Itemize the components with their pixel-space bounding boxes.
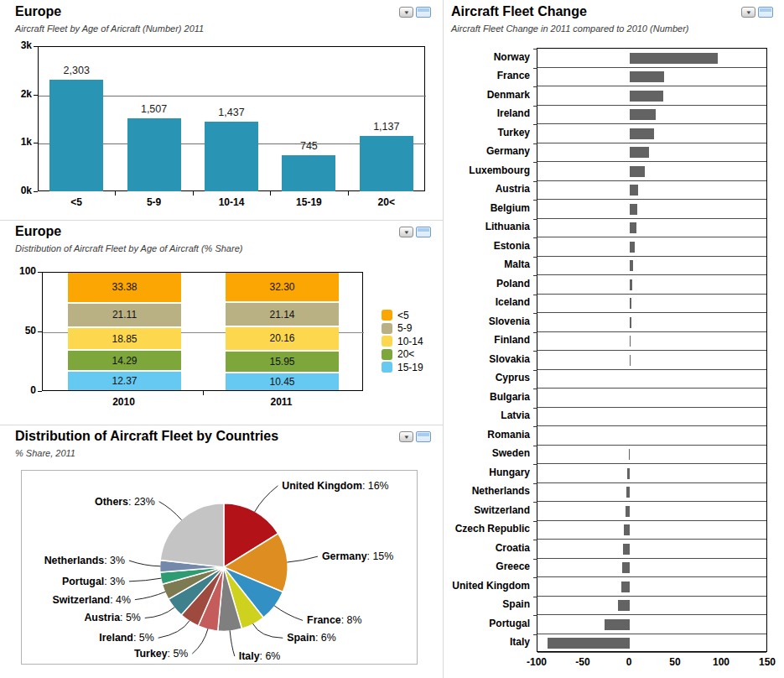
bar[interactable] bbox=[630, 71, 664, 82]
stack-segment[interactable]: 32.30 bbox=[226, 273, 339, 303]
bar[interactable] bbox=[622, 562, 630, 573]
stack-segment[interactable]: 10.45 bbox=[226, 373, 339, 390]
y-axis-tick-label: 3k bbox=[0, 39, 32, 51]
stack-segment[interactable]: 33.38 bbox=[68, 273, 181, 304]
pie-slice-label: Switzerland: 4% bbox=[52, 594, 131, 606]
pie-label-leader-line bbox=[287, 556, 318, 562]
stack-segment[interactable]: 20.16 bbox=[226, 327, 339, 352]
bar[interactable] bbox=[624, 524, 630, 535]
y-axis-tick bbox=[533, 124, 537, 125]
y-axis-tick bbox=[533, 464, 537, 465]
y-axis-tick-label: 0k bbox=[0, 185, 32, 196]
bar[interactable] bbox=[630, 317, 631, 328]
legend-item[interactable]: 5-9 bbox=[382, 322, 423, 336]
bar[interactable] bbox=[605, 619, 630, 630]
bar[interactable] bbox=[282, 155, 335, 191]
pie-slice-label: Austria: 5% bbox=[84, 612, 140, 623]
row-country-label: Germany bbox=[444, 145, 530, 158]
bar-value-label: 745 bbox=[270, 140, 347, 152]
bar[interactable] bbox=[49, 80, 103, 191]
bar[interactable] bbox=[626, 487, 630, 498]
chart-row bbox=[537, 181, 766, 201]
y-axis-tick bbox=[38, 391, 42, 392]
bar[interactable] bbox=[630, 185, 638, 196]
bar[interactable] bbox=[127, 118, 181, 191]
bar[interactable] bbox=[630, 260, 633, 271]
chart-row bbox=[537, 275, 766, 295]
stacked-bar[interactable]: 32.3021.1420.1615.9510.45 bbox=[226, 273, 339, 390]
y-axis-tick bbox=[533, 597, 537, 597]
chart-row bbox=[537, 389, 766, 408]
bar[interactable] bbox=[630, 298, 631, 309]
x-axis-category-label: 20< bbox=[348, 196, 425, 208]
bar[interactable] bbox=[630, 166, 645, 177]
stack-segment[interactable]: 15.95 bbox=[226, 352, 339, 373]
bar[interactable] bbox=[630, 242, 635, 253]
chart-row bbox=[537, 237, 766, 257]
y-axis-tick bbox=[533, 446, 537, 446]
chart-row bbox=[537, 615, 766, 634]
bar[interactable] bbox=[630, 336, 631, 347]
bar[interactable] bbox=[630, 147, 649, 158]
row-country-label: Iceland bbox=[444, 296, 530, 309]
row-country-label: Croatia bbox=[444, 542, 530, 555]
row-country-label: Lithuania bbox=[444, 221, 530, 233]
stack-segment[interactable]: 18.85 bbox=[68, 328, 181, 352]
bar[interactable] bbox=[630, 91, 663, 102]
legend-swatch bbox=[382, 310, 392, 321]
bar[interactable] bbox=[630, 222, 636, 233]
chart-row bbox=[537, 295, 766, 314]
bar[interactable] bbox=[630, 204, 637, 215]
legend-swatch bbox=[382, 362, 392, 373]
stack-segment[interactable]: 12.37 bbox=[68, 372, 181, 390]
row-country-label: Bulgaria bbox=[444, 391, 530, 404]
legend-item[interactable]: <5 bbox=[382, 309, 423, 322]
pie-label-leader-line bbox=[192, 628, 208, 654]
row-country-label: Finland bbox=[444, 334, 530, 347]
pie-slice[interactable] bbox=[160, 503, 224, 567]
bar[interactable] bbox=[630, 53, 718, 64]
bar[interactable] bbox=[360, 136, 413, 191]
row-country-label: Netherlands bbox=[444, 485, 530, 498]
y-axis-tick bbox=[38, 272, 42, 273]
row-country-label: Estonia bbox=[444, 240, 530, 253]
x-axis-category-label: 5-9 bbox=[115, 196, 192, 208]
legend-item[interactable]: 20< bbox=[382, 348, 423, 362]
pie-label-leader-line bbox=[253, 623, 283, 638]
bar[interactable] bbox=[630, 279, 632, 290]
y-axis-tick bbox=[533, 68, 537, 69]
bar[interactable] bbox=[621, 582, 630, 592]
chart-row bbox=[537, 143, 766, 163]
panel-subtitle: % Share, 2011 bbox=[15, 448, 75, 458]
y-axis-tick bbox=[533, 426, 537, 427]
bar[interactable] bbox=[205, 122, 258, 191]
y-axis-tick bbox=[34, 46, 38, 47]
bar-chart-fleet-by-age: 3k2k1k0k2,303<51,5075-91,43710-1474515-1… bbox=[0, 0, 443, 220]
bar[interactable] bbox=[630, 109, 656, 120]
panel-menu-button[interactable]: ▼ bbox=[399, 431, 413, 442]
bar[interactable] bbox=[618, 600, 630, 611]
legend-item[interactable]: 15-19 bbox=[382, 361, 423, 374]
stack-segment[interactable]: 21.14 bbox=[226, 303, 339, 327]
legend-label: <5 bbox=[397, 310, 409, 321]
legend-label: 20< bbox=[397, 348, 414, 360]
legend-item[interactable]: 10-14 bbox=[382, 335, 423, 348]
bar[interactable] bbox=[630, 355, 631, 366]
row-country-label: Romania bbox=[444, 429, 530, 441]
legend-swatch bbox=[382, 336, 392, 347]
bar[interactable] bbox=[627, 468, 630, 479]
bar[interactable] bbox=[629, 449, 630, 460]
y-axis-tick bbox=[533, 351, 537, 352]
chart-row bbox=[537, 257, 766, 276]
bar[interactable] bbox=[623, 544, 630, 555]
stack-segment[interactable]: 14.29 bbox=[68, 351, 181, 372]
bar[interactable] bbox=[630, 128, 654, 139]
stacked-bar[interactable]: 33.3821.1118.8514.2912.37 bbox=[68, 273, 181, 390]
bar[interactable] bbox=[548, 638, 630, 649]
chart-row bbox=[537, 597, 766, 616]
plot-area: 33.3821.1118.8514.2912.3732.3021.1420.16… bbox=[42, 272, 363, 391]
y-axis-tick bbox=[533, 615, 537, 616]
panel-window-button[interactable] bbox=[416, 431, 431, 442]
bar[interactable] bbox=[626, 506, 631, 517]
stack-segment[interactable]: 21.11 bbox=[68, 304, 181, 328]
